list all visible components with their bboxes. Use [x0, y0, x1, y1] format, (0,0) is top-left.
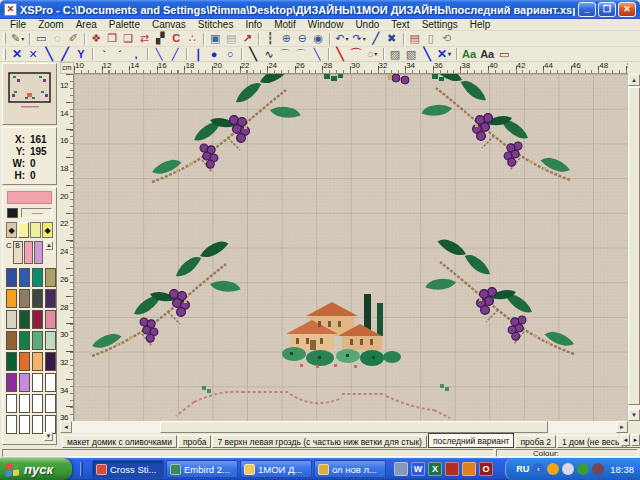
zoom-out-button[interactable]: ⊖: [294, 32, 310, 46]
scroll-left-button[interactable]: ◄: [60, 421, 72, 433]
tray-app-light-icon[interactable]: [562, 463, 574, 475]
long-stitch-button[interactable]: ╲: [309, 47, 325, 61]
palette-swatch[interactable]: [19, 268, 30, 287]
lasso-select-button[interactable]: ◌: [49, 32, 65, 46]
blend-swatch-2[interactable]: [30, 222, 41, 238]
taskbar-grip[interactable]: [80, 462, 83, 476]
menu-item[interactable]: Area: [70, 19, 103, 30]
menu-item[interactable]: Text: [385, 19, 415, 30]
rotate-button[interactable]: C: [168, 32, 184, 46]
start-button[interactable]: пуск: [0, 458, 72, 480]
hoop-button[interactable]: ○: [364, 47, 380, 61]
export-button[interactable]: ▤: [223, 32, 239, 46]
zoom-actual-button[interactable]: ◉: [310, 32, 326, 46]
palette-swatch[interactable]: [32, 352, 43, 371]
red-backstitch-button[interactable]: ╲: [332, 47, 348, 61]
mirror-button[interactable]: ▞: [152, 32, 168, 46]
design-tab[interactable]: проба: [178, 435, 211, 448]
red-curve-button[interactable]: ⌒: [348, 47, 364, 61]
palette-swatch[interactable]: [45, 394, 56, 413]
palette-swatch[interactable]: [6, 310, 17, 329]
design-tab[interactable]: последний вариант: [428, 433, 515, 448]
tray-icq-icon[interactable]: [547, 463, 559, 475]
petite-stitch-3-button[interactable]: ‚: [128, 47, 144, 61]
language-indicator[interactable]: RU: [516, 464, 529, 474]
three-quarter-stitch-button[interactable]: ✕: [25, 47, 41, 61]
tab-scroll-left-button[interactable]: ◄: [621, 434, 630, 446]
launcher-word-icon[interactable]: W: [411, 462, 425, 476]
task-folder[interactable]: 1МОИ Д...: [240, 460, 312, 478]
title-bar[interactable]: ✕ XSPro - C:\Documents and Settings\Rimm…: [0, 0, 640, 19]
toolbar-grip[interactable]: [3, 49, 6, 60]
draw-tool-button[interactable]: ✎: [9, 32, 26, 46]
tray-dark-icon[interactable]: [592, 463, 604, 475]
tray-update-icon[interactable]: [577, 463, 589, 475]
design-tab[interactable]: 7 верхн левая гроздь (с частью ниж ветки…: [212, 435, 427, 448]
scroll-right-button[interactable]: ►: [616, 421, 628, 433]
menu-item[interactable]: Help: [464, 19, 497, 30]
design-tab[interactable]: проба 2: [515, 435, 556, 448]
close-button[interactable]: ✕: [618, 2, 636, 17]
palette-swatch[interactable]: [19, 394, 30, 413]
maximize-button[interactable]: ❐: [598, 2, 616, 17]
palette-swatch[interactable]: [19, 373, 30, 392]
palette-swatch[interactable]: [6, 394, 17, 413]
palette-scroll-down-button[interactable]: ▼: [44, 432, 53, 441]
palette-swatch[interactable]: [32, 373, 43, 392]
launcher-opera-icon[interactable]: O: [479, 462, 493, 476]
half-stitch-back-button[interactable]: ╲: [41, 47, 57, 61]
palette-swatch[interactable]: [6, 352, 17, 371]
blue-line-button[interactable]: ╲: [419, 47, 435, 61]
import-clip-button[interactable]: ▤: [407, 32, 423, 46]
tray-messenger-icon[interactable]: ‹: [532, 463, 544, 475]
menu-item[interactable]: Canvas: [146, 19, 192, 30]
palette-swatch[interactable]: [6, 373, 17, 392]
vertical-scroll-thumb[interactable]: [628, 87, 640, 405]
freehand-select-button[interactable]: ✐: [65, 32, 81, 46]
scroll-down-button[interactable]: ▼: [628, 409, 640, 421]
petite-stitch-2-button[interactable]: ´: [112, 47, 128, 61]
menu-item[interactable]: Motif: [268, 19, 302, 30]
points-button[interactable]: ∴: [184, 32, 200, 46]
pattern-fill-button[interactable]: ▨: [387, 47, 403, 61]
resize-button[interactable]: ⇄: [136, 32, 152, 46]
backstitch-2-button[interactable]: ∿: [261, 47, 277, 61]
palette-swatch[interactable]: [32, 310, 43, 329]
menu-item[interactable]: Zoom: [32, 19, 70, 30]
french-knot-button[interactable]: ○: [222, 47, 238, 61]
minimize-button[interactable]: _: [578, 2, 596, 17]
scroll-up-button[interactable]: ▲: [628, 74, 640, 86]
stitch-guide-button[interactable]: ┇: [262, 32, 278, 46]
header-swatch-b[interactable]: B: [13, 241, 22, 264]
task-embird[interactable]: Embird 2...: [166, 460, 238, 478]
palette-swatch[interactable]: [6, 289, 17, 308]
palette-swatch[interactable]: [32, 415, 43, 434]
menu-item[interactable]: Stitches: [192, 19, 240, 30]
palette-swatch[interactable]: [32, 289, 43, 308]
palette-scroll-up-button[interactable]: ▲: [45, 241, 53, 250]
zoom-in-button[interactable]: ⊕: [278, 32, 294, 46]
half-top-stitch-button[interactable]: ╲: [151, 47, 167, 61]
palette-swatch[interactable]: [6, 415, 17, 434]
copy-motif-button[interactable]: ❐: [104, 32, 120, 46]
blue-cross-button[interactable]: ✕: [435, 47, 453, 61]
pointer-arrow-button[interactable]: ↗: [239, 32, 255, 46]
palette-swatch[interactable]: [19, 310, 30, 329]
half-bottom-stitch-button[interactable]: ╱: [167, 47, 183, 61]
undo-button[interactable]: ↶: [333, 32, 350, 46]
paste-motif-button[interactable]: ❏: [120, 32, 136, 46]
header-swatch-2[interactable]: [24, 241, 33, 264]
menu-item[interactable]: Window: [302, 19, 350, 30]
menu-item[interactable]: File: [4, 19, 32, 30]
backstitch-button[interactable]: ╲: [245, 47, 261, 61]
task-cross-stitch[interactable]: Cross Sti...: [92, 460, 164, 478]
tab-scroll-right-button[interactable]: ►: [631, 434, 640, 446]
palette-swatch[interactable]: [19, 415, 30, 434]
redo-button[interactable]: ↷: [350, 32, 367, 46]
new-page-button[interactable]: ▯: [423, 32, 439, 46]
delete-button[interactable]: ✖: [384, 32, 400, 46]
text-button[interactable]: Aa: [478, 47, 496, 61]
horizontal-scrollbar[interactable]: ◄ ►: [60, 421, 628, 433]
select-stitches-button[interactable]: ▭: [496, 47, 512, 61]
black-colour-swatch[interactable]: [7, 208, 18, 218]
